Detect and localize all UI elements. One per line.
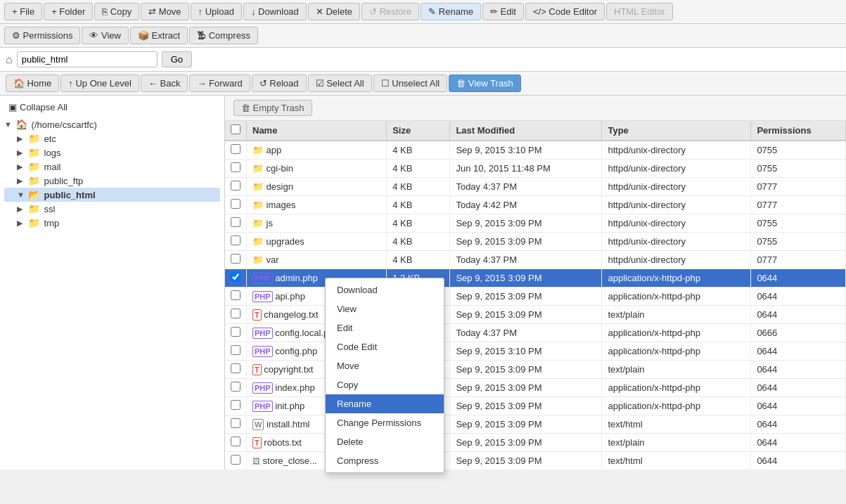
table-row[interactable]: 📁 cgi-bin4 KBJun 10, 2015 11:48 PMhttpd/… bbox=[225, 160, 846, 178]
code-editor-btn[interactable]: </> Code Editor bbox=[525, 3, 605, 20]
edit-btn[interactable]: ✏ Edit bbox=[482, 3, 524, 20]
col-type[interactable]: Type bbox=[602, 121, 751, 141]
collapse-all-btn[interactable]: ▣ Collapse All bbox=[4, 100, 220, 115]
ctx-view[interactable]: View bbox=[326, 299, 444, 318]
path-input[interactable] bbox=[17, 51, 158, 67]
row-checkbox[interactable] bbox=[231, 181, 241, 190]
table-row[interactable]: 📁 images4 KBToday 4:42 PMhttpd/unix-dire… bbox=[225, 196, 846, 214]
select-all-checkbox[interactable] bbox=[231, 124, 241, 134]
tree-item-ssl[interactable]: ▶ 📁 ssl bbox=[4, 202, 220, 216]
ctx-change-perms[interactable]: Change Permissions bbox=[326, 413, 444, 432]
row-checkbox[interactable] bbox=[231, 382, 241, 392]
row-checkbox[interactable] bbox=[231, 144, 241, 154]
tree-item-etc[interactable]: ▶ 📁 etc bbox=[4, 131, 220, 146]
go-button[interactable]: Go bbox=[162, 51, 192, 67]
tree-item-public-ftp[interactable]: ▶ 📁 public_ftp bbox=[4, 174, 220, 188]
tree-item-public-html[interactable]: ▼ 📂 public_html bbox=[4, 188, 220, 202]
reload-btn[interactable]: ↺ Reload bbox=[252, 75, 307, 92]
table-row[interactable]: T robots.txtbytesSep 9, 2015 3:09 PMtext… bbox=[225, 434, 846, 452]
table-row[interactable]: 🖼 store_close...KBSep 9, 2015 3:09 PMtex… bbox=[225, 452, 846, 470]
file-btn[interactable]: + File bbox=[4, 3, 42, 20]
table-row[interactable]: PHP config.local.php96 KBToday 4:37 PMap… bbox=[225, 324, 846, 342]
view-btn[interactable]: 👁 View bbox=[82, 27, 129, 44]
table-row[interactable]: 📁 app4 KBSep 9, 2015 3:10 PMhttpd/unix-d… bbox=[225, 141, 846, 160]
rename-btn[interactable]: ✎ Rename bbox=[421, 3, 481, 20]
table-row[interactable]: PHP config.php38 KBSep 9, 2015 3:10 PMap… bbox=[225, 342, 846, 361]
folder-btn[interactable]: + Folder bbox=[44, 3, 93, 20]
file-modified: Sep 9, 2015 3:09 PM bbox=[450, 287, 602, 306]
extract-btn[interactable]: 📦 Extract bbox=[130, 27, 188, 44]
row-checkbox[interactable] bbox=[231, 162, 241, 172]
compress-btn[interactable]: 🗜 Compress bbox=[189, 27, 258, 44]
row-checkbox[interactable] bbox=[231, 199, 241, 209]
table-row[interactable]: PHP admin.php1.3 KBSep 9, 2015 3:09 PMap… bbox=[225, 269, 846, 287]
ctx-download[interactable]: Download bbox=[326, 280, 444, 299]
unselect-all-btn[interactable]: ☐ Unselect All bbox=[373, 75, 448, 92]
table-row[interactable]: 📁 js4 KBSep 9, 2015 3:09 PMhttpd/unix-di… bbox=[225, 214, 846, 233]
row-checkbox[interactable] bbox=[231, 455, 241, 465]
row-checkbox[interactable] bbox=[231, 363, 241, 373]
expand-icon-logs: ▶ bbox=[17, 148, 27, 157]
ctx-move[interactable]: Move bbox=[326, 356, 444, 375]
row-checkbox[interactable] bbox=[231, 254, 241, 264]
table-row[interactable]: T copyright.txt1.1 KBSep 9, 2015 3:09 PM… bbox=[225, 361, 846, 379]
ctx-rename[interactable]: Rename bbox=[326, 394, 444, 413]
file-type: httpd/unix-directory bbox=[602, 251, 751, 269]
html-editor-btn[interactable]: HTML Editor bbox=[606, 3, 672, 20]
row-checkbox[interactable] bbox=[231, 309, 241, 318]
col-perms[interactable]: Permissions bbox=[751, 121, 846, 141]
dir-icon: 📁 bbox=[252, 163, 264, 174]
select-all-btn[interactable]: ☑ Select All bbox=[308, 75, 372, 92]
tree-item-home[interactable]: ▼ 🏠 (/home/cscartfc) bbox=[4, 117, 220, 131]
table-row[interactable]: 📁 var4 KBToday 4:37 PMhttpd/unix-directo… bbox=[225, 251, 846, 269]
file-modified: Today 4:37 PM bbox=[450, 178, 602, 196]
row-checkbox[interactable] bbox=[231, 437, 241, 446]
download-btn[interactable]: ↓ Download bbox=[243, 3, 307, 20]
empty-trash-btn[interactable]: 🗑 Empty Trash bbox=[233, 100, 312, 116]
file-type: httpd/unix-directory bbox=[602, 233, 751, 251]
table-row[interactable]: T changelog.txt9.04 KBSep 9, 2015 3:09 P… bbox=[225, 306, 846, 324]
row-checkbox[interactable] bbox=[231, 235, 241, 245]
copy-btn[interactable]: ⎘ Copy bbox=[94, 3, 139, 20]
ctx-compress[interactable]: Compress bbox=[326, 451, 444, 470]
file-perms: 0644 bbox=[751, 452, 846, 470]
row-checkbox[interactable] bbox=[231, 418, 241, 428]
php-icon: PHP bbox=[252, 401, 273, 412]
permissions-btn[interactable]: ⚙ Permissions bbox=[4, 27, 80, 44]
table-row[interactable]: 📁 design4 KBToday 4:37 PMhttpd/unix-dire… bbox=[225, 178, 846, 196]
col-modified[interactable]: Last Modified bbox=[450, 121, 602, 141]
row-checkbox[interactable] bbox=[231, 217, 241, 227]
row-checkbox[interactable] bbox=[231, 327, 241, 337]
up-one-level-btn[interactable]: ↑ Up One Level bbox=[60, 75, 139, 92]
restore-btn[interactable]: ↺ Restore bbox=[361, 3, 419, 20]
move-btn[interactable]: ⇄ Move bbox=[141, 3, 188, 20]
back-btn[interactable]: ← Back bbox=[141, 75, 188, 92]
collapse-icon: ▣ bbox=[8, 102, 17, 112]
toolbar2: ⚙ Permissions 👁 View 📦 Extract 🗜 Compres… bbox=[0, 24, 846, 48]
table-row[interactable]: PHP index.php27 KBSep 9, 2015 3:09 PMapp… bbox=[225, 379, 846, 397]
view-trash-btn[interactable]: 🗑 View Trash bbox=[449, 75, 521, 92]
delete-btn[interactable]: ✕ Delete bbox=[308, 3, 360, 20]
table-row[interactable]: W install.html03 KBSep 9, 2015 3:09 PMte… bbox=[225, 415, 846, 434]
row-checkbox[interactable] bbox=[231, 272, 241, 282]
tree-item-tmp[interactable]: ▶ 📁 tmp bbox=[4, 216, 220, 230]
row-checkbox[interactable] bbox=[231, 290, 241, 300]
home-btn[interactable]: 🏠 Home bbox=[6, 75, 59, 92]
upload-btn[interactable]: ↑ Upload bbox=[191, 3, 242, 20]
ctx-edit[interactable]: Edit bbox=[326, 318, 444, 337]
folder-icon-public-html: 📂 bbox=[28, 189, 40, 200]
row-checkbox[interactable] bbox=[231, 345, 241, 355]
col-size[interactable]: Size bbox=[387, 121, 450, 141]
col-name[interactable]: Name bbox=[247, 121, 387, 141]
file-size: 4 KB bbox=[387, 160, 450, 178]
table-row[interactable]: PHP init.php2 KBSep 9, 2015 3:09 PMappli… bbox=[225, 397, 846, 415]
tree-item-logs[interactable]: ▶ 📁 logs bbox=[4, 146, 220, 160]
table-row[interactable]: 📁 upgrades4 KBSep 9, 2015 3:09 PMhttpd/u… bbox=[225, 233, 846, 251]
ctx-delete[interactable]: Delete bbox=[326, 432, 444, 451]
forward-btn[interactable]: → Forward bbox=[189, 75, 250, 92]
tree-item-mail[interactable]: ▶ 📁 mail bbox=[4, 160, 220, 174]
table-row[interactable]: PHP api.php28 KBSep 9, 2015 3:09 PMappli… bbox=[225, 287, 846, 306]
ctx-copy[interactable]: Copy bbox=[326, 375, 444, 394]
ctx-code-edit[interactable]: Code Edit bbox=[326, 337, 444, 356]
row-checkbox[interactable] bbox=[231, 400, 241, 410]
